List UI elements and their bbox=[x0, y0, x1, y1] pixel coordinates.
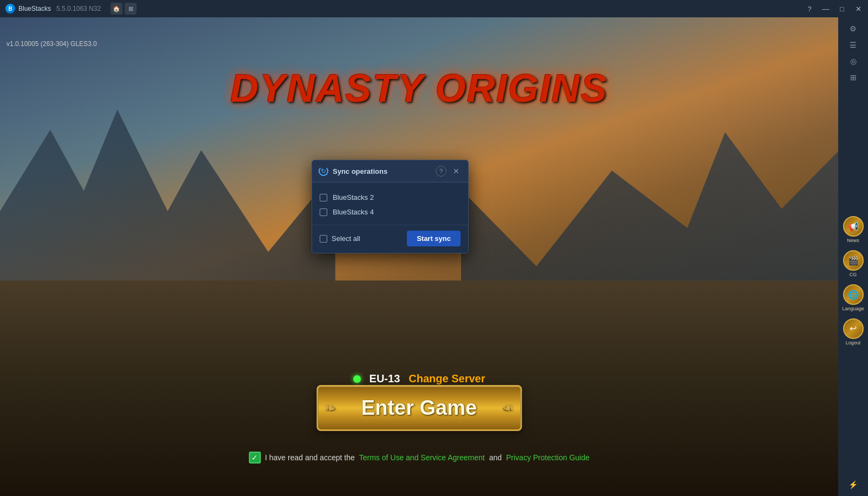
logout-icon: ↩ bbox=[843, 318, 864, 339]
sidebar-icon-menu[interactable]: ☰ bbox=[847, 39, 859, 51]
sidebar-cg-label: CG bbox=[850, 272, 857, 278]
sidebar-item-language[interactable]: 🌐 Language bbox=[841, 282, 866, 314]
version-text: v1.0.10005 (263-304) GLES3.0 bbox=[7, 40, 97, 48]
server-name: EU-13 bbox=[370, 373, 400, 385]
sidebar-logout-label: Logout bbox=[846, 340, 861, 346]
sidebar-icon-circle[interactable]: ◎ bbox=[847, 55, 859, 67]
app-title: BlueStacks bbox=[18, 5, 51, 12]
instance-item-bs4: BlueStacks 4 bbox=[320, 205, 461, 219]
dialog-header: ↻ Sync operations ? ✕ bbox=[312, 160, 468, 182]
sidebar-language-label: Language bbox=[842, 306, 864, 312]
game-background: v1.0.10005 (263-304) GLES3.0 Dynasty Ori… bbox=[0, 17, 838, 496]
multi-nav-button[interactable]: ⊞ bbox=[125, 3, 137, 15]
change-server-button[interactable]: Change Server bbox=[409, 373, 485, 385]
select-all-label: Select all bbox=[332, 234, 360, 243]
minimize-button[interactable]: — bbox=[818, 1, 833, 16]
dialog-help-button[interactable]: ? bbox=[436, 166, 446, 177]
dialog-footer: Select all Start sync bbox=[312, 225, 468, 253]
help-button[interactable]: ? bbox=[802, 1, 817, 16]
terms-link-service[interactable]: Terms of Use and Service Agreement bbox=[359, 453, 485, 462]
game-title: Dynasty Origins bbox=[230, 66, 608, 110]
title-bar: B BlueStacks 5.5.0.1063 N32 🏠 ⊞ ? — □ ✕ bbox=[0, 0, 868, 17]
server-status-dot bbox=[353, 375, 361, 383]
sidebar-icon-bottom[interactable]: ⚡ bbox=[847, 479, 859, 491]
terms-container: ✓ I have read and accept the Terms of Us… bbox=[249, 452, 590, 464]
terms-link-privacy[interactable]: Privacy Protection Guide bbox=[506, 453, 590, 462]
cg-icon: 🎬 bbox=[843, 250, 864, 271]
select-all-item: Select all bbox=[320, 234, 360, 243]
window-controls: ? — □ ✕ bbox=[802, 1, 868, 16]
sync-icon: ↻ bbox=[319, 166, 328, 176]
instance-bs4-checkbox[interactable] bbox=[320, 208, 327, 216]
home-nav-button[interactable]: 🏠 bbox=[111, 3, 122, 15]
sidebar-news-label: News bbox=[847, 238, 859, 244]
start-sync-button[interactable]: Start sync bbox=[407, 231, 461, 246]
bluestacks-icon: B bbox=[5, 4, 15, 14]
instance-bs4-label: BlueStacks 4 bbox=[333, 208, 374, 216]
sidebar-icon-grid[interactable]: ⊞ bbox=[847, 71, 859, 83]
language-icon: 🌐 bbox=[843, 284, 864, 305]
sidebar-item-news[interactable]: 📢 News bbox=[841, 214, 866, 246]
terms-checkbox[interactable]: ✓ bbox=[249, 452, 261, 464]
enter-game-button[interactable]: Enter Game bbox=[316, 385, 522, 431]
dialog-body: BlueStacks 2 BlueStacks 4 bbox=[312, 182, 468, 225]
right-sidebar: ⚙ ☰ ◎ ⊞ 📢 News 🎬 CG 🌐 Language ↩ Logout … bbox=[838, 17, 868, 496]
app-logo: B BlueStacks 5.5.0.1063 N32 bbox=[0, 4, 106, 14]
instance-bs2-checkbox[interactable] bbox=[320, 194, 327, 201]
close-button[interactable]: ✕ bbox=[851, 1, 866, 16]
terms-prefix: I have read and accept the bbox=[265, 453, 355, 462]
app-version: 5.5.0.1063 N32 bbox=[56, 5, 101, 12]
titlebar-nav: 🏠 ⊞ bbox=[111, 3, 137, 15]
sidebar-item-cg[interactable]: 🎬 CG bbox=[841, 248, 866, 280]
dialog-close-button[interactable]: ✕ bbox=[451, 166, 462, 177]
maximize-button[interactable]: □ bbox=[834, 1, 850, 16]
select-all-checkbox[interactable] bbox=[320, 235, 327, 243]
instance-bs2-label: BlueStacks 2 bbox=[333, 193, 374, 201]
sidebar-item-logout[interactable]: ↩ Logout bbox=[841, 316, 866, 348]
server-info: EU-13 Change Server bbox=[353, 373, 485, 385]
news-icon: 📢 bbox=[843, 216, 864, 237]
dialog-title: Sync operations bbox=[333, 167, 431, 175]
enter-game-container: Enter Game bbox=[316, 385, 522, 431]
instance-item-bs2: BlueStacks 2 bbox=[320, 190, 461, 205]
sync-dialog: ↻ Sync operations ? ✕ BlueStacks 2 BlueS… bbox=[312, 160, 469, 253]
terms-and: and bbox=[489, 453, 502, 462]
sidebar-icon-settings[interactable]: ⚙ bbox=[847, 23, 859, 35]
